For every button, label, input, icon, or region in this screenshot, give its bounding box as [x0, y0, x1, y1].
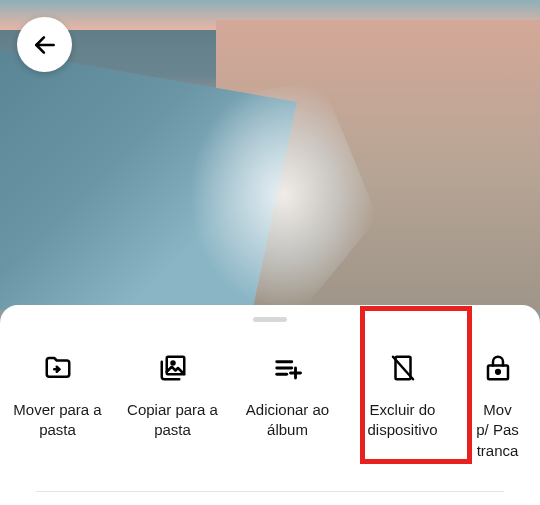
back-button[interactable]	[17, 17, 72, 72]
image-copy-icon	[158, 348, 188, 388]
action-label: Mov p/ Pas tranca	[476, 400, 519, 461]
action-label: Excluir do dispositivo	[351, 400, 454, 441]
back-arrow-icon	[32, 32, 58, 58]
svg-point-10	[496, 370, 500, 374]
lock-icon	[483, 348, 513, 388]
delete-from-device-button[interactable]: Excluir do dispositivo	[345, 340, 460, 469]
folder-move-icon	[43, 348, 73, 388]
actions-row: Mover para a pasta Copiar para a pasta	[0, 322, 540, 469]
playlist-add-icon	[273, 348, 303, 388]
move-to-folder-button[interactable]: Mover para a pasta	[0, 340, 115, 469]
device-off-icon	[388, 348, 418, 388]
action-label: Adicionar ao álbum	[236, 400, 339, 441]
add-to-album-button[interactable]: Adicionar ao álbum	[230, 340, 345, 469]
copy-to-folder-button[interactable]: Copiar para a pasta	[115, 340, 230, 469]
photo-viewer[interactable]	[0, 0, 540, 310]
action-label: Copiar para a pasta	[121, 400, 224, 441]
move-to-locked-folder-button[interactable]: Mov p/ Pas tranca	[460, 340, 535, 469]
svg-point-2	[171, 362, 174, 365]
bottom-action-sheet: Mover para a pasta Copiar para a pasta	[0, 305, 540, 505]
action-label: Mover para a pasta	[6, 400, 109, 441]
sheet-divider	[36, 491, 504, 492]
